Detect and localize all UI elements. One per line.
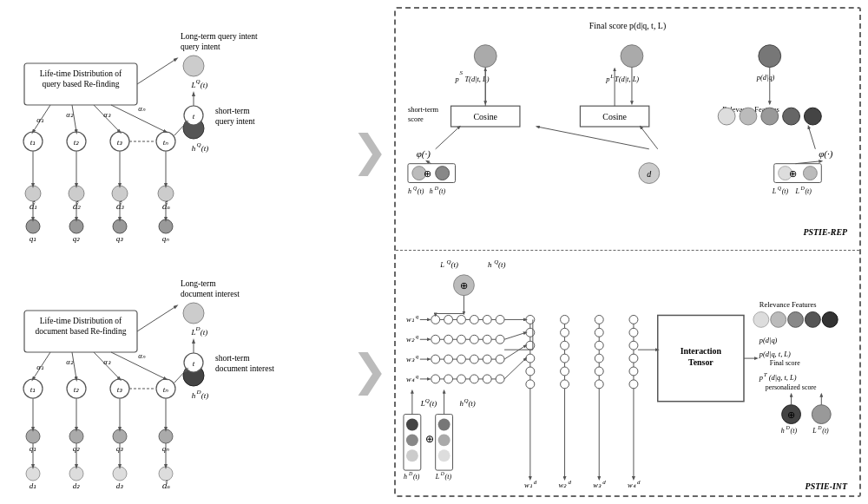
svg-point-323	[629, 354, 638, 363]
svg-text:p(d|q): p(d|q)	[756, 73, 775, 82]
svg-text:(t): (t)	[413, 473, 420, 481]
svg-point-113	[159, 467, 173, 481]
svg-point-297	[561, 328, 569, 337]
svg-point-221	[470, 355, 478, 363]
svg-text:d: d	[602, 479, 606, 486]
svg-text:(t): (t)	[201, 81, 208, 89]
svg-text:query intent: query intent	[181, 43, 220, 51]
svg-point-296	[561, 315, 569, 324]
svg-point-129	[621, 45, 643, 68]
main-container: Life-time Distribution of query based Re…	[0, 0, 868, 504]
svg-point-325	[629, 380, 638, 389]
svg-text:αₙ: αₙ	[138, 104, 145, 113]
svg-point-206	[431, 315, 440, 324]
svg-text:Cosine: Cosine	[473, 112, 497, 121]
svg-point-41	[112, 186, 128, 201]
svg-text:t₂: t₂	[74, 385, 80, 394]
svg-point-109	[69, 467, 83, 481]
svg-point-214	[457, 335, 465, 344]
svg-point-147	[718, 108, 735, 125]
svg-text:⊕: ⊕	[425, 433, 434, 445]
svg-point-345	[788, 311, 804, 327]
svg-point-262	[406, 449, 418, 461]
svg-text:φ(·): φ(·)	[819, 148, 832, 160]
svg-point-301	[561, 380, 569, 389]
svg-point-125	[474, 45, 496, 68]
svg-text:(t): (t)	[430, 399, 437, 408]
svg-text:w₄: w₄	[628, 481, 636, 489]
svg-text:(t): (t)	[805, 187, 812, 195]
svg-text:w₃: w₃	[593, 481, 602, 489]
svg-text:PSTIE-INT: PSTIE-INT	[806, 481, 848, 491]
svg-text:α₃: α₃	[103, 110, 110, 119]
svg-text:Relevance Features: Relevance Features	[760, 299, 817, 308]
svg-text:short-term: short-term	[215, 354, 250, 363]
svg-point-217	[496, 335, 504, 344]
svg-point-207	[444, 315, 453, 324]
svg-point-99	[26, 429, 40, 443]
svg-point-268	[438, 419, 450, 431]
svg-point-213	[444, 335, 453, 344]
svg-text:w₂: w₂	[559, 481, 568, 489]
svg-point-300	[561, 367, 569, 376]
svg-text:d₃: d₃	[116, 481, 124, 490]
svg-text:L: L	[795, 187, 800, 195]
middle-arrows: ❯ ❯	[352, 7, 387, 497]
svg-text:(t): (t)	[418, 187, 424, 195]
svg-point-101	[69, 429, 83, 443]
svg-text:(t): (t)	[201, 391, 209, 400]
svg-text:h: h	[408, 187, 411, 195]
svg-point-39	[69, 186, 84, 201]
arrow-top: ❯	[352, 129, 388, 173]
bottom-left-svg: Life-time Distribution of document based…	[7, 259, 345, 493]
svg-point-68	[183, 303, 204, 324]
svg-text:q₁: q₁	[30, 234, 37, 243]
svg-point-298	[561, 341, 569, 350]
svg-text:(t): (t)	[498, 260, 505, 269]
svg-point-107	[26, 467, 40, 481]
svg-point-229	[496, 375, 504, 383]
svg-point-347	[822, 311, 838, 327]
svg-text:document interest: document interest	[181, 290, 240, 298]
svg-line-156	[436, 127, 460, 149]
svg-text:p: p	[605, 75, 609, 83]
svg-line-157	[808, 127, 815, 149]
svg-text:Final score  p(d|q, t, L): Final score p(d|q, t, L)	[589, 21, 666, 31]
svg-text:α₁: α₁	[36, 115, 43, 124]
svg-text:t₂: t₂	[74, 138, 80, 147]
svg-point-218	[431, 355, 440, 363]
svg-point-219	[444, 355, 453, 363]
svg-text:α₃: α₃	[103, 357, 110, 366]
svg-text:p: p	[759, 373, 763, 382]
svg-text:⊕: ⊕	[787, 409, 795, 420]
svg-text:T(d|t, L): T(d|t, L)	[615, 75, 639, 83]
svg-text:(d|q, t, L): (d|q, t, L)	[769, 373, 797, 382]
svg-point-225	[444, 375, 453, 383]
svg-text:(t): (t)	[782, 187, 789, 195]
svg-text:personalized score: personalized score	[766, 383, 817, 391]
svg-point-287	[526, 354, 535, 363]
svg-point-310	[595, 341, 603, 350]
svg-point-6	[183, 56, 204, 76]
svg-point-344	[771, 311, 786, 327]
svg-text:d₂: d₂	[73, 481, 81, 490]
svg-text:⊕: ⊕	[789, 168, 797, 179]
svg-text:p(d|q, t, L): p(d|q, t, L)	[759, 350, 791, 358]
svg-text:d: d	[569, 479, 572, 486]
svg-point-299	[561, 354, 569, 363]
svg-text:L: L	[439, 260, 444, 269]
svg-point-175	[803, 167, 817, 180]
svg-text:L: L	[772, 187, 777, 195]
svg-text:(t): (t)	[468, 399, 475, 408]
svg-text:α₂: α₂	[66, 110, 73, 119]
svg-text:short-term: short-term	[215, 107, 250, 115]
svg-text:Long-term query intent: Long-term query intent	[181, 32, 258, 41]
svg-text:h: h	[192, 144, 196, 153]
svg-point-43	[158, 186, 174, 201]
svg-point-49	[113, 219, 127, 233]
svg-point-289	[526, 380, 535, 389]
svg-line-333	[504, 332, 526, 339]
pstie-int-section: L Q (t) h Q (t) ⊕ w₁ q w₂ q w₃ q w₄	[396, 251, 859, 501]
svg-point-346	[805, 311, 820, 327]
svg-text:D: D	[194, 325, 200, 332]
